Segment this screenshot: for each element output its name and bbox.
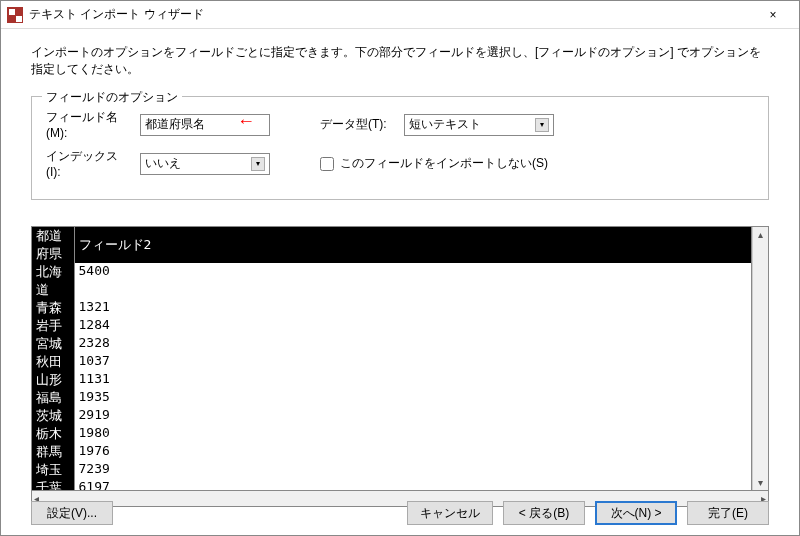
chevron-down-icon: ▾ (535, 118, 549, 132)
close-icon: × (769, 8, 776, 22)
index-value: いいえ (145, 155, 181, 172)
close-button[interactable]: × (753, 1, 793, 29)
preview-table: 都道府県フィールド2北海道5400青森1321岩手1284宮城2328秋田103… (32, 227, 752, 490)
row-field-name: フィールド名(M): データ型(T): 短いテキスト ▾ (46, 109, 754, 140)
table-row[interactable]: 埼玉7239 (32, 461, 752, 479)
cell-col1: 秋田 (32, 353, 74, 371)
skip-field-group: このフィールドをインポートしない(S) (320, 155, 548, 172)
cell-col1: 栃木 (32, 425, 74, 443)
cell-col2: 7239 (74, 461, 751, 479)
cell-col2: 1131 (74, 371, 751, 389)
cell-col2: 2919 (74, 407, 751, 425)
app-icon (7, 7, 23, 23)
scroll-down-icon[interactable]: ▾ (758, 475, 763, 490)
cell-col1: 茨城 (32, 407, 74, 425)
data-type-label: データ型(T): (320, 116, 394, 133)
preview-table-area: 都道府県フィールド2北海道5400青森1321岩手1284宮城2328秋田103… (31, 226, 769, 491)
index-combo[interactable]: いいえ ▾ (140, 153, 270, 175)
vertical-scrollbar[interactable]: ▴ ▾ (752, 227, 768, 490)
table-row[interactable]: 栃木1980 (32, 425, 752, 443)
advanced-button[interactable]: 設定(V)... (31, 501, 113, 525)
skip-field-label: このフィールドをインポートしない(S) (340, 155, 548, 172)
cell-col1: 埼玉 (32, 461, 74, 479)
data-type-combo[interactable]: 短いテキスト ▾ (404, 114, 554, 136)
cell-col2: 1284 (74, 317, 751, 335)
table-row[interactable]: 福島1935 (32, 389, 752, 407)
fieldset-legend: フィールドのオプション (42, 89, 182, 106)
titlebar: テキスト インポート ウィザード × (1, 1, 799, 29)
index-label: インデックス(I): (46, 148, 130, 179)
table-row[interactable]: 山形1131 (32, 371, 752, 389)
button-group-right: キャンセル < 戻る(B) 次へ(N) > 完了(E) (407, 501, 769, 525)
cell-col2: 1980 (74, 425, 751, 443)
content-area: インポートのオプションをフィールドごとに指定できます。下の部分でフィールドを選択… (1, 29, 799, 517)
data-type-group: データ型(T): 短いテキスト ▾ (320, 114, 554, 136)
skip-field-checkbox[interactable] (320, 157, 334, 171)
cell-col2: 5400 (74, 263, 751, 299)
cell-col1: 青森 (32, 299, 74, 317)
table-row[interactable]: 茨城2919 (32, 407, 752, 425)
cell-col2: 1976 (74, 443, 751, 461)
column-header[interactable]: 都道府県 (32, 227, 74, 263)
cell-col1: 千葉 (32, 479, 74, 490)
window-title: テキスト インポート ウィザード (29, 6, 204, 23)
cell-col1: 山形 (32, 371, 74, 389)
button-bar: 設定(V)... キャンセル < 戻る(B) 次へ(N) > 完了(E) (31, 501, 769, 525)
table-row[interactable]: 北海道5400 (32, 263, 752, 299)
preview-table-scroll: 都道府県フィールド2北海道5400青森1321岩手1284宮城2328秋田103… (32, 227, 752, 490)
field-options-fieldset: フィールドのオプション ← フィールド名(M): データ型(T): 短いテキスト… (31, 96, 769, 200)
cell-col2: 6197 (74, 479, 751, 490)
instruction-text: インポートのオプションをフィールドごとに指定できます。下の部分でフィールドを選択… (31, 44, 769, 78)
cell-col1: 岩手 (32, 317, 74, 335)
cell-col1: 群馬 (32, 443, 74, 461)
cell-col2: 1935 (74, 389, 751, 407)
cell-col2: 1037 (74, 353, 751, 371)
table-row[interactable]: 群馬1976 (32, 443, 752, 461)
finish-button[interactable]: 完了(E) (687, 501, 769, 525)
table-row[interactable]: 宮城2328 (32, 335, 752, 353)
cancel-button[interactable]: キャンセル (407, 501, 493, 525)
field-name-label: フィールド名(M): (46, 109, 130, 140)
table-row[interactable]: 秋田1037 (32, 353, 752, 371)
data-type-value: 短いテキスト (409, 116, 481, 133)
table-row[interactable]: 岩手1284 (32, 317, 752, 335)
cell-col2: 1321 (74, 299, 751, 317)
field-name-input[interactable] (140, 114, 270, 136)
back-button[interactable]: < 戻る(B) (503, 501, 585, 525)
column-header[interactable]: フィールド2 (74, 227, 751, 263)
wizard-window: テキスト インポート ウィザード × インポートのオプションをフィールドごとに指… (0, 0, 800, 536)
cell-col1: 宮城 (32, 335, 74, 353)
next-button[interactable]: 次へ(N) > (595, 501, 677, 525)
cell-col1: 福島 (32, 389, 74, 407)
scroll-up-icon[interactable]: ▴ (758, 227, 763, 242)
cell-col1: 北海道 (32, 263, 74, 299)
row-index: インデックス(I): いいえ ▾ このフィールドをインポートしない(S) (46, 148, 754, 179)
cell-col2: 2328 (74, 335, 751, 353)
table-row[interactable]: 青森1321 (32, 299, 752, 317)
chevron-down-icon: ▾ (251, 157, 265, 171)
table-row[interactable]: 千葉6197 (32, 479, 752, 490)
